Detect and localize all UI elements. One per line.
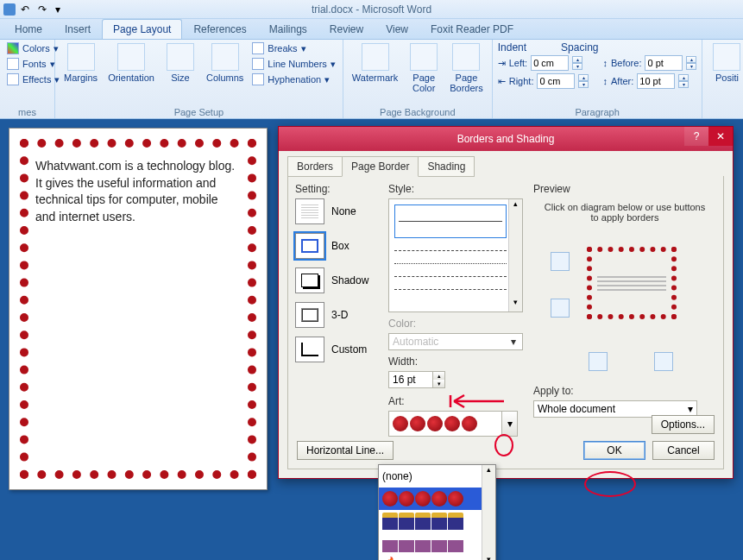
art-dropdown[interactable]: ▾ xyxy=(388,411,518,437)
columns-button[interactable]: Columns xyxy=(203,41,247,85)
tab-page-border[interactable]: Page Border xyxy=(342,156,419,177)
spin-up-icon[interactable]: ▴ xyxy=(578,74,589,81)
spin-up-icon[interactable]: ▴ xyxy=(432,372,444,380)
orientation-label: Orientation xyxy=(108,72,154,83)
spacing-before-input[interactable] xyxy=(645,55,683,71)
watermark-button[interactable]: Watermark xyxy=(349,41,401,85)
page-color-button[interactable]: Page Color xyxy=(405,41,443,95)
margins-button[interactable]: Margins xyxy=(60,41,101,85)
document-page[interactable]: Whatvwant.com is a technology blog. It g… xyxy=(9,128,268,490)
spin-up-icon[interactable]: ▴ xyxy=(572,56,582,63)
position-label: Positi xyxy=(715,72,739,83)
spin-down-icon[interactable]: ▾ xyxy=(578,81,589,88)
width-label: Width: xyxy=(388,356,526,368)
size-button[interactable]: Size xyxy=(161,41,199,85)
hyphenation-label: Hyphenation xyxy=(268,74,321,85)
spin-down-icon[interactable]: ▾ xyxy=(432,380,444,387)
indent-right-input[interactable] xyxy=(537,73,575,89)
line-numbers-button[interactable]: Line Numbers▾ xyxy=(250,57,337,71)
position-button[interactable]: Positi xyxy=(708,41,743,85)
before-label: Before: xyxy=(611,58,641,68)
orientation-button[interactable]: Orientation xyxy=(104,41,158,85)
dialog-title: Borders and Shading xyxy=(457,133,555,145)
spacing-after-icon: ↕ xyxy=(602,76,608,86)
setting-custom-label: Custom xyxy=(331,343,367,356)
tab-home[interactable]: Home xyxy=(3,19,54,39)
tab-references[interactable]: References xyxy=(182,19,257,39)
tab-shading[interactable]: Shading xyxy=(418,156,475,177)
scroll-up-icon[interactable]: ▴ xyxy=(482,465,495,477)
setting-none[interactable]: None xyxy=(295,198,381,224)
tab-page-layout[interactable]: Page Layout xyxy=(102,19,182,39)
setting-none-label: None xyxy=(331,205,356,217)
setting-3d-label: 3-D xyxy=(331,309,348,321)
group-title-themes: mes xyxy=(5,106,49,118)
spin-up-icon[interactable]: ▴ xyxy=(678,74,689,81)
spin-down-icon[interactable]: ▾ xyxy=(686,63,696,70)
setting-shadow[interactable]: Shadow xyxy=(295,267,381,293)
pagecolor-label: Page Color xyxy=(412,72,435,93)
art-option-berries-red[interactable] xyxy=(379,488,495,510)
setting-box[interactable]: Box xyxy=(295,233,381,259)
art-option-characters-1[interactable] xyxy=(379,510,495,532)
scroll-down-icon[interactable]: ▾ xyxy=(509,298,522,311)
theme-effects-button[interactable]: Effects▾ xyxy=(5,72,61,86)
tab-review[interactable]: Review xyxy=(318,19,375,39)
style-listbox[interactable]: ▴▾ xyxy=(388,198,523,312)
breaks-button[interactable]: Breaks▾ xyxy=(250,41,337,55)
tab-view[interactable]: View xyxy=(375,19,419,39)
scroll-up-icon[interactable]: ▴ xyxy=(509,199,522,213)
border-bottom-toggle[interactable] xyxy=(551,299,570,318)
applyto-label: Apply to: xyxy=(533,385,716,397)
watermark-label: Watermark xyxy=(352,72,398,83)
spacing-after-input[interactable] xyxy=(637,73,675,89)
theme-colors-button[interactable]: Colors▾ xyxy=(5,41,61,55)
linenumbers-label: Line Numbers xyxy=(268,59,326,69)
spacing-before-icon: ↕ xyxy=(602,58,608,68)
tab-borders[interactable]: Borders xyxy=(287,156,343,177)
spin-down-icon[interactable]: ▾ xyxy=(572,63,582,70)
pageborders-label: Page Borders xyxy=(450,72,483,93)
ribbon-body: Colors▾ Fonts▾ Effects▾ mes Margins Orie… xyxy=(0,40,743,119)
scroll-down-icon[interactable]: ▾ xyxy=(482,555,495,560)
indent-right-icon: ⇤ xyxy=(498,76,506,87)
theme-fonts-button[interactable]: Fonts▾ xyxy=(5,57,61,71)
setting-custom[interactable]: Custom xyxy=(295,337,381,362)
width-spinner[interactable]: 16 pt▴▾ xyxy=(388,371,445,388)
border-left-toggle[interactable] xyxy=(589,352,608,371)
redo-icon[interactable]: ↷ xyxy=(38,3,50,16)
document-body-text[interactable]: Whatvwant.com is a technology blog. It g… xyxy=(22,141,255,242)
ok-button[interactable]: OK xyxy=(583,441,645,460)
tab-mailings[interactable]: Mailings xyxy=(258,19,318,39)
indent-left-input[interactable] xyxy=(531,55,569,71)
art-option-candy[interactable]: 🔥 xyxy=(379,555,495,560)
border-top-toggle[interactable] xyxy=(551,252,570,271)
spin-up-icon[interactable]: ▴ xyxy=(686,56,696,63)
tab-insert[interactable]: Insert xyxy=(54,19,102,39)
width-value: 16 pt xyxy=(393,374,416,386)
horizontal-line-button[interactable]: Horizontal Line... xyxy=(297,441,394,460)
setting-3d[interactable]: 3-D xyxy=(295,302,381,328)
group-paragraph: Indent Spacing ⇥Left:▴▾ ⇤Right:▴▾ ↕Befor… xyxy=(493,40,703,118)
art-option-characters-2[interactable] xyxy=(379,532,495,555)
cancel-button[interactable]: Cancel xyxy=(652,441,715,460)
spin-down-icon[interactable]: ▾ xyxy=(678,81,689,88)
undo-icon[interactable]: ↶ xyxy=(21,3,33,16)
art-option-none[interactable]: (none) xyxy=(379,465,495,488)
qat-dropdown-icon[interactable]: ▾ xyxy=(55,3,67,16)
preview-page[interactable] xyxy=(587,247,677,319)
help-button[interactable]: ? xyxy=(684,127,708,146)
color-dropdown[interactable]: Automatic▾ xyxy=(388,333,523,350)
title-bar: ↶ ↷ ▾ trial.docx - Microsoft Word xyxy=(0,0,743,19)
size-label: Size xyxy=(171,72,189,83)
hyphenation-button[interactable]: Hyphenation▾ xyxy=(250,72,337,86)
page-borders-button[interactable]: Page Borders xyxy=(446,41,487,95)
save-icon[interactable] xyxy=(3,3,16,16)
dialog-title-bar[interactable]: Borders and Shading ? ✕ xyxy=(279,127,733,151)
art-dropdown-list[interactable]: (none) 🔥 ▴▾ xyxy=(378,464,496,560)
border-right-toggle[interactable] xyxy=(654,352,673,371)
applyto-value: Whole document xyxy=(538,403,615,415)
tab-foxit[interactable]: Foxit Reader PDF xyxy=(419,19,525,39)
close-button[interactable]: ✕ xyxy=(708,127,733,146)
options-button[interactable]: Options... xyxy=(652,415,715,434)
